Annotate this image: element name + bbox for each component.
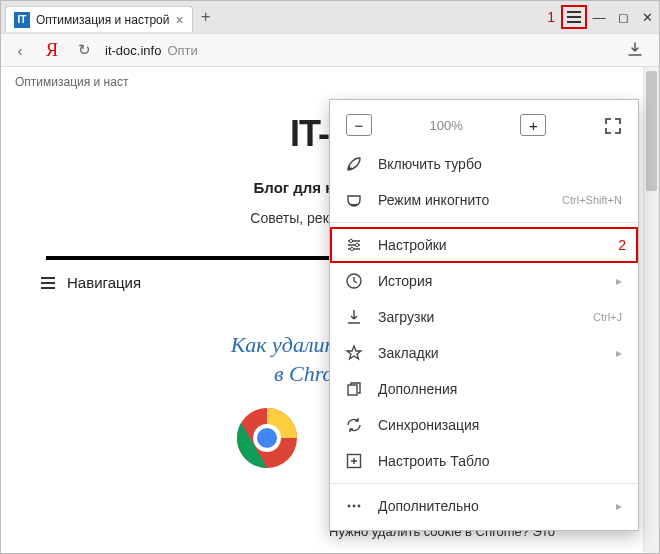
back-button[interactable]: ‹ <box>9 42 31 59</box>
menu-item-bookmarks[interactable]: Закладки ▸ <box>330 335 638 371</box>
zoom-in-button[interactable]: + <box>520 114 546 136</box>
annotation-1: 1 <box>541 9 561 25</box>
favicon-icon: IT <box>14 12 30 28</box>
zoom-out-button[interactable]: − <box>346 114 372 136</box>
tab-title: Оптимизация и настрой <box>36 13 169 27</box>
nav-label: Навигация <box>67 274 141 291</box>
menu-label: Настройки <box>378 237 622 253</box>
dots-icon <box>344 497 364 515</box>
page-truncated-title: Оптимизация и наст <box>1 67 659 93</box>
downloads-shelf-button[interactable] <box>627 42 651 58</box>
svg-point-3 <box>349 239 352 242</box>
menu-item-addons[interactable]: Дополнения <box>330 371 638 407</box>
menu-label: Синхронизация <box>378 417 622 433</box>
menu-label: Включить турбо <box>378 156 622 172</box>
chrome-logo-icon <box>235 406 299 470</box>
new-tab-button[interactable]: + <box>193 8 219 26</box>
url-display[interactable]: it-doc.info Опти <box>105 43 617 58</box>
menu-item-turbo[interactable]: Включить турбо <box>330 146 638 182</box>
svg-point-11 <box>358 505 361 508</box>
download-icon <box>344 308 364 326</box>
menu-shortcut: Ctrl+Shift+N <box>562 194 622 206</box>
menu-item-sync[interactable]: Синхронизация <box>330 407 638 443</box>
scrollbar-track[interactable] <box>643 67 659 553</box>
svg-point-2 <box>257 428 277 448</box>
sync-icon <box>344 416 364 434</box>
main-menu-dropdown: − 100% + Включить турбо Режим инкогнито … <box>329 99 639 531</box>
tab-strip: IT Оптимизация и настрой × + 1 — ◻ ✕ <box>1 1 659 33</box>
content-area: Оптимизация и наст IT-D Блог для начинаю… <box>1 67 659 553</box>
menu-shortcut: Ctrl+J <box>593 311 622 323</box>
menu-item-history[interactable]: История ▸ <box>330 263 638 299</box>
svg-point-4 <box>355 243 358 246</box>
menu-item-incognito[interactable]: Режим инкогнито Ctrl+Shift+N <box>330 182 638 218</box>
menu-label: Режим инкогнито <box>378 192 548 208</box>
svg-point-9 <box>348 505 351 508</box>
yandex-home-button[interactable]: Я <box>41 40 63 61</box>
clock-icon <box>344 272 364 290</box>
hamburger-icon <box>41 282 55 284</box>
menu-label: Настроить Табло <box>378 453 622 469</box>
svg-point-10 <box>353 505 356 508</box>
svg-rect-7 <box>348 385 357 395</box>
zoom-value: 100% <box>430 118 463 133</box>
menu-item-downloads[interactable]: Загрузки Ctrl+J <box>330 299 638 335</box>
menu-separator <box>330 483 638 484</box>
main-menu-button[interactable] <box>561 5 587 29</box>
plus-square-icon <box>344 452 364 470</box>
url-rest: Опти <box>167 43 197 58</box>
close-window-button[interactable]: ✕ <box>635 10 659 25</box>
submenu-arrow-icon: ▸ <box>616 499 622 513</box>
menu-label: Дополнительно <box>378 498 602 514</box>
menu-item-more[interactable]: Дополнительно ▸ <box>330 488 638 524</box>
reload-button[interactable]: ↻ <box>73 41 95 59</box>
fullscreen-button[interactable] <box>604 115 622 135</box>
zoom-controls: − 100% + <box>330 108 638 146</box>
address-bar: ‹ Я ↻ it-doc.info Опти <box>1 33 659 67</box>
submenu-arrow-icon: ▸ <box>616 274 622 288</box>
minimize-button[interactable]: — <box>587 10 611 25</box>
menu-item-tablo[interactable]: Настроить Табло <box>330 443 638 479</box>
menu-label: История <box>378 273 602 289</box>
maximize-button[interactable]: ◻ <box>611 10 635 25</box>
mask-icon <box>344 191 364 209</box>
menu-label: Дополнения <box>378 381 622 397</box>
tab-close-icon[interactable]: × <box>175 12 183 28</box>
menu-item-settings[interactable]: Настройки 2 <box>330 227 638 263</box>
scrollbar-thumb[interactable] <box>646 71 657 191</box>
star-icon <box>344 344 364 362</box>
submenu-arrow-icon: ▸ <box>616 346 622 360</box>
menu-separator <box>330 222 638 223</box>
menu-label: Закладки <box>378 345 602 361</box>
svg-point-5 <box>350 247 353 250</box>
url-domain: it-doc.info <box>105 43 161 58</box>
annotation-2: 2 <box>618 237 626 253</box>
sliders-icon <box>344 236 364 254</box>
browser-tab[interactable]: IT Оптимизация и настрой × <box>5 6 193 32</box>
copy-icon <box>344 380 364 398</box>
rocket-icon <box>344 155 364 173</box>
menu-label: Загрузки <box>378 309 579 325</box>
hamburger-icon <box>567 16 581 18</box>
